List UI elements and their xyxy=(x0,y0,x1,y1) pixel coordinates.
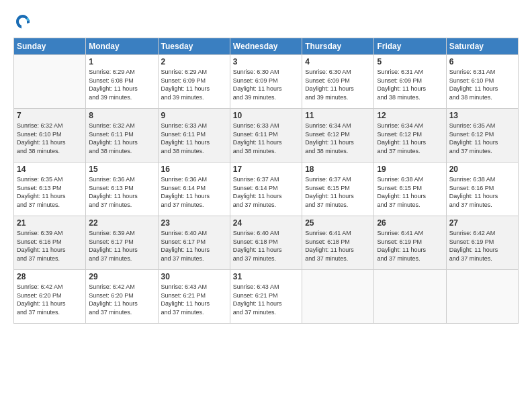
day-number: 11 xyxy=(305,111,371,120)
day-detail: Sunrise: 6:35 AM Sunset: 6:12 PM Dayligh… xyxy=(449,122,515,155)
calendar-cell: 8Sunrise: 6:32 AM Sunset: 6:11 PM Daylig… xyxy=(86,109,158,163)
weekday-header-sunday: Sunday xyxy=(14,38,86,55)
day-detail: Sunrise: 6:30 AM Sunset: 6:09 PM Dayligh… xyxy=(305,68,371,101)
weekday-header-thursday: Thursday xyxy=(302,38,374,55)
calendar-cell xyxy=(374,270,446,324)
day-number: 30 xyxy=(161,272,227,281)
day-number: 29 xyxy=(89,272,154,281)
calendar-cell: 5Sunrise: 6:31 AM Sunset: 6:09 PM Daylig… xyxy=(374,55,446,109)
calendar-cell: 11Sunrise: 6:34 AM Sunset: 6:12 PM Dayli… xyxy=(302,109,374,163)
day-detail: Sunrise: 6:42 AM Sunset: 6:20 PM Dayligh… xyxy=(89,283,154,316)
week-row-4: 21Sunrise: 6:39 AM Sunset: 6:16 PM Dayli… xyxy=(14,216,519,270)
day-number: 10 xyxy=(233,111,299,120)
calendar-cell xyxy=(302,270,374,324)
logo xyxy=(13,12,35,31)
calendar-cell: 19Sunrise: 6:38 AM Sunset: 6:15 PM Dayli… xyxy=(374,163,446,216)
day-number: 6 xyxy=(449,57,515,66)
day-detail: Sunrise: 6:42 AM Sunset: 6:19 PM Dayligh… xyxy=(449,229,515,263)
calendar-cell: 18Sunrise: 6:37 AM Sunset: 6:15 PM Dayli… xyxy=(302,163,374,216)
day-detail: Sunrise: 6:39 AM Sunset: 6:16 PM Dayligh… xyxy=(17,229,83,263)
calendar-cell: 28Sunrise: 6:42 AM Sunset: 6:20 PM Dayli… xyxy=(14,270,86,324)
logo-icon xyxy=(13,12,32,31)
week-row-3: 14Sunrise: 6:35 AM Sunset: 6:13 PM Dayli… xyxy=(14,163,519,216)
day-detail: Sunrise: 6:33 AM Sunset: 6:11 PM Dayligh… xyxy=(161,122,227,155)
day-number: 12 xyxy=(377,111,443,120)
calendar-cell: 4Sunrise: 6:30 AM Sunset: 6:09 PM Daylig… xyxy=(302,55,374,109)
day-number: 8 xyxy=(89,111,154,120)
calendar-cell: 27Sunrise: 6:42 AM Sunset: 6:19 PM Dayli… xyxy=(446,216,518,270)
day-number: 4 xyxy=(305,57,371,66)
calendar-cell: 21Sunrise: 6:39 AM Sunset: 6:16 PM Dayli… xyxy=(14,216,86,270)
calendar-cell: 26Sunrise: 6:41 AM Sunset: 6:19 PM Dayli… xyxy=(374,216,446,270)
day-detail: Sunrise: 6:34 AM Sunset: 6:12 PM Dayligh… xyxy=(377,122,443,155)
calendar-cell: 30Sunrise: 6:43 AM Sunset: 6:21 PM Dayli… xyxy=(158,270,230,324)
calendar-cell xyxy=(14,55,86,109)
day-number: 27 xyxy=(449,218,515,228)
day-detail: Sunrise: 6:29 AM Sunset: 6:09 PM Dayligh… xyxy=(161,68,227,101)
day-number: 1 xyxy=(89,57,154,66)
day-number: 20 xyxy=(449,165,515,174)
day-number: 7 xyxy=(17,111,83,120)
day-detail: Sunrise: 6:33 AM Sunset: 6:11 PM Dayligh… xyxy=(233,122,299,155)
day-number: 31 xyxy=(233,272,299,281)
day-detail: Sunrise: 6:35 AM Sunset: 6:13 PM Dayligh… xyxy=(17,175,83,209)
calendar-cell: 14Sunrise: 6:35 AM Sunset: 6:13 PM Dayli… xyxy=(14,163,86,216)
day-detail: Sunrise: 6:30 AM Sunset: 6:09 PM Dayligh… xyxy=(233,68,299,101)
calendar-cell: 23Sunrise: 6:40 AM Sunset: 6:17 PM Dayli… xyxy=(158,216,230,270)
day-number: 16 xyxy=(161,165,227,174)
day-detail: Sunrise: 6:40 AM Sunset: 6:18 PM Dayligh… xyxy=(233,229,299,263)
calendar-cell: 3Sunrise: 6:30 AM Sunset: 6:09 PM Daylig… xyxy=(230,55,302,109)
week-row-5: 28Sunrise: 6:42 AM Sunset: 6:20 PM Dayli… xyxy=(14,270,519,324)
day-detail: Sunrise: 6:31 AM Sunset: 6:09 PM Dayligh… xyxy=(377,68,443,101)
calendar-cell: 22Sunrise: 6:39 AM Sunset: 6:17 PM Dayli… xyxy=(86,216,158,270)
day-detail: Sunrise: 6:37 AM Sunset: 6:15 PM Dayligh… xyxy=(305,175,371,209)
day-number: 14 xyxy=(17,165,83,174)
day-detail: Sunrise: 6:36 AM Sunset: 6:14 PM Dayligh… xyxy=(161,175,227,209)
day-detail: Sunrise: 6:38 AM Sunset: 6:15 PM Dayligh… xyxy=(377,175,443,209)
day-detail: Sunrise: 6:39 AM Sunset: 6:17 PM Dayligh… xyxy=(89,229,154,263)
day-detail: Sunrise: 6:32 AM Sunset: 6:11 PM Dayligh… xyxy=(89,122,154,155)
calendar-cell: 15Sunrise: 6:36 AM Sunset: 6:13 PM Dayli… xyxy=(86,163,158,216)
calendar-page: SundayMondayTuesdayWednesdayThursdayFrid… xyxy=(0,0,532,411)
day-number: 5 xyxy=(377,57,443,66)
day-number: 19 xyxy=(377,165,443,174)
calendar-cell: 10Sunrise: 6:33 AM Sunset: 6:11 PM Dayli… xyxy=(230,109,302,163)
day-number: 26 xyxy=(377,218,443,228)
day-number: 23 xyxy=(161,218,227,228)
week-row-1: 1Sunrise: 6:29 AM Sunset: 6:08 PM Daylig… xyxy=(14,55,519,109)
day-detail: Sunrise: 6:41 AM Sunset: 6:18 PM Dayligh… xyxy=(305,229,371,263)
day-number: 28 xyxy=(17,272,83,281)
day-number: 15 xyxy=(89,165,154,174)
weekday-header-monday: Monday xyxy=(86,38,158,55)
calendar-cell: 12Sunrise: 6:34 AM Sunset: 6:12 PM Dayli… xyxy=(374,109,446,163)
weekday-header-wednesday: Wednesday xyxy=(230,38,302,55)
day-detail: Sunrise: 6:31 AM Sunset: 6:10 PM Dayligh… xyxy=(449,68,515,101)
calendar-cell: 7Sunrise: 6:32 AM Sunset: 6:10 PM Daylig… xyxy=(14,109,86,163)
calendar-cell: 1Sunrise: 6:29 AM Sunset: 6:08 PM Daylig… xyxy=(86,55,158,109)
day-detail: Sunrise: 6:40 AM Sunset: 6:17 PM Dayligh… xyxy=(161,229,227,263)
calendar-cell: 20Sunrise: 6:38 AM Sunset: 6:16 PM Dayli… xyxy=(446,163,518,216)
week-row-2: 7Sunrise: 6:32 AM Sunset: 6:10 PM Daylig… xyxy=(14,109,519,163)
day-detail: Sunrise: 6:42 AM Sunset: 6:20 PM Dayligh… xyxy=(17,283,83,316)
header xyxy=(13,12,519,31)
day-detail: Sunrise: 6:32 AM Sunset: 6:10 PM Dayligh… xyxy=(17,122,83,155)
day-number: 25 xyxy=(305,218,371,228)
calendar-cell: 24Sunrise: 6:40 AM Sunset: 6:18 PM Dayli… xyxy=(230,216,302,270)
day-number: 13 xyxy=(449,111,515,120)
day-number: 18 xyxy=(305,165,371,174)
calendar-cell xyxy=(446,270,518,324)
calendar-table: SundayMondayTuesdayWednesdayThursdayFrid… xyxy=(13,38,519,324)
weekday-header-friday: Friday xyxy=(374,38,446,55)
day-number: 17 xyxy=(233,165,299,174)
day-number: 22 xyxy=(89,218,154,228)
day-detail: Sunrise: 6:29 AM Sunset: 6:08 PM Dayligh… xyxy=(89,68,154,101)
weekday-header-tuesday: Tuesday xyxy=(158,38,230,55)
calendar-cell: 17Sunrise: 6:37 AM Sunset: 6:14 PM Dayli… xyxy=(230,163,302,216)
calendar-cell: 9Sunrise: 6:33 AM Sunset: 6:11 PM Daylig… xyxy=(158,109,230,163)
day-number: 3 xyxy=(233,57,299,66)
day-detail: Sunrise: 6:43 AM Sunset: 6:21 PM Dayligh… xyxy=(161,283,227,316)
day-number: 24 xyxy=(233,218,299,228)
calendar-cell: 29Sunrise: 6:42 AM Sunset: 6:20 PM Dayli… xyxy=(86,270,158,324)
calendar-cell: 6Sunrise: 6:31 AM Sunset: 6:10 PM Daylig… xyxy=(446,55,518,109)
calendar-cell: 31Sunrise: 6:43 AM Sunset: 6:21 PM Dayli… xyxy=(230,270,302,324)
